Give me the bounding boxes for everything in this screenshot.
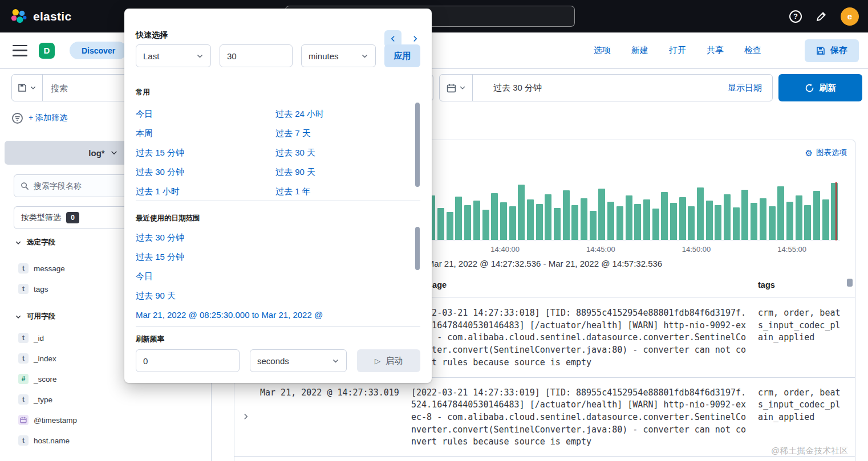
histogram-bar[interactable]	[437, 208, 444, 240]
histogram-bar[interactable]	[590, 211, 597, 240]
histogram-bar[interactable]	[482, 210, 489, 240]
recent-range-link[interactable]: 过去 90 天	[136, 286, 420, 305]
recent-range-link[interactable]: 今日	[136, 267, 420, 286]
histogram-bar[interactable]	[634, 204, 641, 240]
field-item[interactable]: @timestamp	[0, 410, 211, 430]
histogram-bar[interactable]	[607, 202, 614, 240]
available-fields-section-toggle[interactable]: 可用字段	[15, 312, 55, 321]
histogram-bar[interactable]	[813, 191, 820, 240]
histogram-bar[interactable]	[697, 187, 704, 240]
elastic-home-link[interactable]: elastic	[9, 8, 71, 25]
refresh-unit-dropdown[interactable]: seconds	[250, 349, 347, 372]
apply-button[interactable]: 应用	[384, 44, 420, 67]
histogram-bar[interactable]	[796, 195, 802, 240]
histogram-bar[interactable]	[518, 185, 525, 240]
histogram-bar[interactable]	[571, 205, 578, 240]
histogram-bar[interactable]	[760, 198, 766, 240]
quick-select-unit-dropdown[interactable]: minutes	[301, 44, 376, 67]
quick-range-link[interactable]: 本周	[136, 124, 275, 143]
histogram-bar[interactable]	[652, 209, 659, 240]
histogram-bar[interactable]	[616, 206, 623, 240]
selected-fields-section-toggle[interactable]: 选定字段	[15, 238, 55, 247]
appbar-menu-item[interactable]: 检查	[744, 45, 761, 56]
quick-range-link[interactable]: 过去 24 小时	[275, 104, 415, 124]
chart-options-button[interactable]: ⚙ 图表选项	[805, 148, 847, 158]
histogram-bar[interactable]	[626, 195, 632, 240]
histogram-bar[interactable]	[545, 194, 551, 240]
histogram-bar[interactable]	[724, 194, 731, 240]
add-filter-link[interactable]: + 添加筛选	[29, 113, 67, 123]
appbar-menu-item[interactable]: 打开	[669, 45, 686, 56]
refresh-button[interactable]: 刷新	[778, 74, 862, 101]
tags-column-header[interactable]: tags	[758, 280, 841, 297]
filter-icon[interactable]	[11, 112, 23, 124]
quick-range-link[interactable]: 过去 1 小时	[136, 182, 275, 201]
start-refresh-button[interactable]: ▷ 启动	[357, 349, 420, 372]
histogram-bar[interactable]	[751, 203, 757, 240]
histogram-bar[interactable]	[581, 198, 587, 240]
quick-range-link[interactable]: 过去 90 天	[275, 162, 415, 182]
histogram-bar[interactable]	[769, 206, 776, 240]
quick-select-mode-dropdown[interactable]: Last	[136, 44, 211, 67]
histogram-bar[interactable]	[804, 205, 811, 240]
histogram-bar[interactable]	[786, 202, 793, 240]
scrollbar-thumb[interactable]	[415, 103, 420, 187]
histogram-bar[interactable]	[661, 192, 668, 240]
quick-range-link[interactable]: 过去 30 天	[275, 143, 415, 162]
user-avatar[interactable]: e	[841, 7, 859, 26]
histogram-bar[interactable]	[822, 199, 829, 240]
histogram-bar[interactable]	[733, 207, 740, 240]
histogram-bar[interactable]	[741, 190, 748, 240]
scrollbar-thumb[interactable]	[415, 227, 420, 270]
help-icon[interactable]: ?	[789, 10, 802, 23]
menu-icon[interactable]	[13, 45, 27, 56]
recent-range-link[interactable]: Mar 21, 2022 @ 08:25:30.000 to Mar 21, 2…	[136, 305, 420, 325]
expand-row-button[interactable]	[234, 387, 260, 449]
quick-select-calendar-button[interactable]	[440, 75, 473, 101]
histogram-bar[interactable]	[500, 202, 507, 240]
field-item[interactable]: t_type	[0, 389, 211, 410]
appbar-menu-item[interactable]: 选项	[594, 45, 611, 56]
histogram-bar[interactable]	[688, 206, 695, 240]
refresh-interval-input[interactable]	[136, 349, 240, 372]
quick-range-link[interactable]: 过去 1 年	[275, 182, 415, 201]
histogram-bar[interactable]	[563, 190, 570, 240]
feedback-icon[interactable]	[816, 11, 827, 22]
histogram-bar[interactable]	[527, 199, 534, 240]
space-avatar[interactable]: D	[39, 43, 55, 59]
histogram-bar[interactable]	[509, 206, 516, 240]
histogram-bar[interactable]	[831, 183, 838, 240]
saved-query-menu-button[interactable]	[12, 75, 43, 101]
selected-time-range[interactable]: 过去 30 分钟	[493, 83, 542, 93]
recent-range-link[interactable]: 过去 30 分钟	[136, 228, 420, 247]
histogram-bar[interactable]	[464, 205, 471, 240]
message-column-header[interactable]: message	[411, 280, 747, 297]
histogram-bar[interactable]	[554, 208, 561, 240]
quick-select-value-input[interactable]	[220, 44, 293, 67]
popup-title: 快速选择	[136, 30, 168, 40]
appbar-menu-item[interactable]: 共享	[707, 45, 724, 56]
histogram-bar[interactable]	[706, 201, 713, 240]
histogram-bar[interactable]	[473, 201, 480, 240]
histogram-bar[interactable]	[536, 204, 543, 240]
breadcrumb[interactable]: Discover	[70, 42, 127, 59]
histogram-bar[interactable]	[670, 203, 677, 240]
histogram-bar[interactable]	[777, 186, 784, 240]
save-button[interactable]: 保存	[805, 39, 859, 62]
show-dates-link[interactable]: 显示日期	[728, 83, 762, 93]
quick-range-link[interactable]: 今日	[136, 104, 275, 124]
histogram-bar[interactable]	[455, 197, 462, 240]
quick-range-link[interactable]: 过去 30 分钟	[136, 162, 275, 182]
recent-range-link[interactable]: 过去 15 分钟	[136, 247, 420, 267]
histogram-bar[interactable]	[491, 193, 498, 240]
histogram-bar[interactable]	[598, 189, 605, 240]
appbar-menu-item[interactable]: 新建	[631, 45, 648, 56]
histogram-bar[interactable]	[643, 199, 650, 240]
field-item[interactable]: thost.name	[0, 430, 211, 451]
histogram-bar[interactable]	[679, 197, 686, 240]
table-scrollbar[interactable]	[847, 279, 853, 287]
quick-range-link[interactable]: 过去 7 天	[275, 124, 415, 143]
histogram-bar[interactable]	[447, 212, 453, 240]
quick-range-link[interactable]: 过去 15 分钟	[136, 143, 275, 162]
histogram-bar[interactable]	[715, 205, 721, 240]
